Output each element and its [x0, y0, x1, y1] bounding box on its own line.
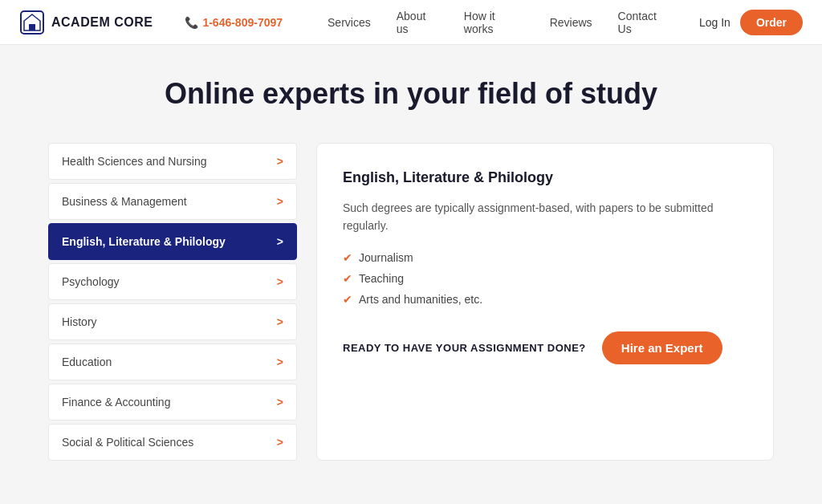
detail-list: ✔ Journalism ✔ Teaching ✔ Arts and human…: [343, 251, 747, 306]
checkmark-icon: ✔: [343, 293, 352, 306]
subject-sidebar: Health Sciences and Nursing > Business &…: [48, 143, 297, 461]
header: ACADEM CORE 📞 1-646-809-7097 Services Ab…: [0, 0, 822, 45]
chevron-right-icon: >: [277, 235, 283, 248]
chevron-right-icon: >: [277, 356, 283, 368]
sidebar-item-business[interactable]: Business & Management >: [48, 183, 297, 220]
header-actions: Log In Order: [699, 10, 803, 35]
list-item: ✔ Arts and humanities, etc.: [343, 293, 747, 306]
sidebar-label-health-sciences: Health Sciences and Nursing: [62, 155, 207, 168]
sidebar-item-health-sciences[interactable]: Health Sciences and Nursing >: [48, 143, 297, 180]
chevron-right-icon: >: [277, 315, 283, 328]
list-item-label: Journalism: [359, 251, 413, 264]
list-item-label: Arts and humanities, etc.: [359, 293, 482, 306]
sidebar-label-business: Business & Management: [62, 195, 187, 208]
phone-number: 1-646-809-7097: [202, 16, 283, 29]
list-item-label: Teaching: [359, 272, 404, 285]
svg-rect-1: [29, 24, 35, 30]
chevron-right-icon: >: [277, 195, 283, 208]
sidebar-label-finance: Finance & Accounting: [62, 396, 170, 408]
chevron-right-icon: >: [277, 396, 283, 408]
nav-reviews[interactable]: Reviews: [537, 16, 605, 29]
chevron-right-icon: >: [277, 155, 283, 168]
content-area: Health Sciences and Nursing > Business &…: [48, 143, 774, 461]
checkmark-icon: ✔: [343, 272, 352, 285]
list-item: ✔ Journalism: [343, 251, 747, 264]
chevron-right-icon: >: [277, 436, 283, 449]
nav: Services About us How it works Reviews C…: [315, 10, 683, 35]
sidebar-label-education: Education: [62, 356, 112, 368]
cta-area: READY TO HAVE YOUR ASSIGNMENT DONE? Hire…: [343, 331, 747, 364]
sidebar-label-psychology: Psychology: [62, 275, 120, 288]
sidebar-item-education[interactable]: Education >: [48, 343, 297, 380]
sidebar-item-history[interactable]: History >: [48, 303, 297, 340]
checkmark-icon: ✔: [343, 251, 352, 264]
nav-how-it-works[interactable]: How it works: [451, 10, 537, 35]
detail-description: Such degrees are typically assignment-ba…: [343, 199, 747, 235]
sidebar-item-english[interactable]: English, Literature & Philology >: [48, 223, 297, 260]
sidebar-label-english: English, Literature & Philology: [62, 235, 226, 248]
nav-services[interactable]: Services: [315, 16, 384, 29]
login-button[interactable]: Log In: [699, 16, 730, 29]
sidebar-item-psychology[interactable]: Psychology >: [48, 263, 297, 300]
nav-contact[interactable]: Contact Us: [605, 10, 683, 35]
logo-text: ACADEM CORE: [51, 15, 153, 30]
order-button[interactable]: Order: [740, 10, 803, 35]
cta-text: READY TO HAVE YOUR ASSIGNMENT DONE?: [343, 342, 586, 354]
chevron-right-icon: >: [277, 275, 283, 288]
sidebar-label-history: History: [62, 315, 97, 328]
list-item: ✔ Teaching: [343, 272, 747, 285]
nav-about[interactable]: About us: [384, 10, 451, 35]
detail-title: English, Literature & Philology: [343, 169, 747, 186]
sidebar-item-finance[interactable]: Finance & Accounting >: [48, 384, 297, 421]
phone-icon: 📞: [185, 16, 198, 29]
sidebar-item-social-sciences[interactable]: Social & Political Sciences >: [48, 424, 297, 461]
hire-expert-button[interactable]: Hire an Expert: [602, 331, 722, 364]
phone-area[interactable]: 📞 1-646-809-7097: [185, 16, 283, 29]
main-content: Online experts in your field of study He…: [0, 45, 822, 493]
page-title: Online experts in your field of study: [48, 77, 774, 111]
sidebar-label-social-sciences: Social & Political Sciences: [62, 436, 193, 449]
logo-icon: [19, 10, 45, 35]
detail-panel: English, Literature & Philology Such deg…: [316, 143, 774, 461]
logo-area: ACADEM CORE: [19, 10, 153, 35]
